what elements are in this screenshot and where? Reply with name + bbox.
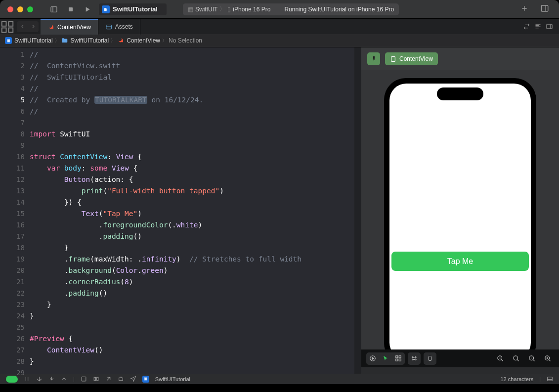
breadcrumb-file: ContentView bbox=[127, 37, 160, 44]
svg-rect-3 bbox=[2, 22, 6, 26]
selection-info: 12 characters bbox=[500, 376, 533, 382]
svg-point-16 bbox=[415, 357, 416, 358]
vertical-scrollbar[interactable] bbox=[354, 47, 361, 374]
svg-rect-8 bbox=[547, 24, 552, 29]
tab-label: ContentView bbox=[57, 24, 91, 31]
simulate-location-icon[interactable] bbox=[105, 376, 112, 382]
live-preview-button[interactable] bbox=[366, 352, 379, 365]
run-button[interactable] bbox=[79, 2, 96, 16]
toggle-navigator-icon[interactable] bbox=[45, 2, 62, 16]
code-editor[interactable]: 1234567891011121314151617181920212223242… bbox=[0, 47, 361, 374]
svg-rect-5 bbox=[2, 28, 6, 32]
svg-rect-25 bbox=[94, 377, 95, 381]
tab-label: Assets bbox=[115, 23, 133, 30]
environment-overrides-icon[interactable] bbox=[118, 376, 124, 382]
minimize-window[interactable] bbox=[17, 6, 23, 12]
location-icon[interactable] bbox=[130, 376, 136, 382]
nav-back-button[interactable] bbox=[17, 21, 28, 32]
app-small-icon: ▦ bbox=[188, 6, 193, 13]
minimap-icon[interactable] bbox=[534, 23, 542, 30]
status-left: SwiftUIT bbox=[195, 6, 217, 13]
memory-graph-icon[interactable] bbox=[93, 376, 99, 382]
zoom-window[interactable] bbox=[27, 6, 33, 12]
breadcrumb[interactable]: ⊞ SwiftUITutorial 〉 SwiftUITutorial 〉 Co… bbox=[0, 34, 559, 47]
selectable-preview-button[interactable] bbox=[379, 352, 392, 365]
svg-point-21 bbox=[513, 355, 517, 360]
folder-icon bbox=[61, 37, 68, 44]
swift-file-icon bbox=[47, 24, 54, 31]
tab-contentview[interactable]: ContentView bbox=[41, 19, 98, 35]
code-content[interactable]: // // ContentView.swift // SwiftUITutori… bbox=[30, 47, 361, 374]
debug-view-icon[interactable] bbox=[81, 376, 87, 382]
iphone-frame: Tap Me bbox=[384, 78, 536, 349]
horizontal-scrollbar[interactable] bbox=[361, 367, 559, 374]
svg-rect-27 bbox=[119, 378, 123, 380]
scheme-selector[interactable]: ⊞ SwiftUITutorial bbox=[99, 3, 167, 15]
device-settings-button[interactable] bbox=[408, 352, 421, 365]
svg-rect-9 bbox=[391, 56, 395, 61]
project-name: SwiftUITutorial bbox=[113, 5, 158, 13]
svg-rect-11 bbox=[396, 356, 398, 358]
svg-point-18 bbox=[415, 359, 416, 360]
svg-rect-13 bbox=[396, 359, 398, 361]
pin-preview-button[interactable] bbox=[367, 52, 380, 65]
toggle-inspector-icon[interactable] bbox=[540, 4, 549, 15]
svg-rect-6 bbox=[9, 28, 13, 32]
svg-rect-12 bbox=[399, 356, 401, 358]
preview-canvas[interactable]: Tap Me bbox=[361, 70, 559, 349]
add-tab-button[interactable] bbox=[520, 4, 528, 14]
line-gutter: 1234567891011121314151617181920212223242… bbox=[0, 47, 30, 374]
preview-title: ContentView bbox=[399, 55, 433, 62]
svg-rect-26 bbox=[96, 377, 98, 381]
breadcrumb-folder: SwiftUITutorial bbox=[71, 37, 109, 44]
adjust-editor-icon[interactable] bbox=[546, 23, 553, 30]
step-over-icon[interactable] bbox=[36, 376, 43, 382]
footer-project: SwiftUITutorial bbox=[155, 376, 190, 382]
close-window[interactable] bbox=[7, 6, 13, 12]
device-icon: ▯ bbox=[227, 6, 231, 13]
swift-file-icon bbox=[117, 37, 124, 44]
dynamic-island bbox=[437, 87, 483, 100]
device-name: iPhone 16 Pro bbox=[233, 6, 270, 13]
svg-point-15 bbox=[412, 357, 413, 358]
zoom-fit-button[interactable] bbox=[510, 352, 522, 365]
svg-point-17 bbox=[412, 359, 413, 360]
svg-rect-14 bbox=[399, 359, 401, 361]
zoom-in-button[interactable] bbox=[541, 352, 554, 365]
related-items-icon[interactable] bbox=[0, 19, 15, 35]
tab-assets[interactable]: Assets bbox=[98, 19, 140, 35]
app-icon: ⊞ bbox=[142, 376, 149, 383]
svg-rect-1 bbox=[69, 7, 73, 11]
zoom-actual-button[interactable] bbox=[525, 352, 538, 365]
svg-rect-19 bbox=[429, 356, 431, 361]
svg-rect-4 bbox=[9, 22, 13, 26]
svg-rect-24 bbox=[82, 377, 86, 381]
svg-rect-2 bbox=[541, 5, 548, 11]
tap-me-button[interactable]: Tap Me bbox=[391, 252, 529, 271]
assets-icon bbox=[105, 23, 112, 30]
device-button[interactable] bbox=[424, 352, 436, 365]
app-icon: ⊞ bbox=[102, 5, 110, 13]
zoom-out-button[interactable] bbox=[494, 352, 507, 365]
toggle-debug-area-icon[interactable] bbox=[547, 376, 553, 382]
app-icon: ⊞ bbox=[5, 37, 12, 44]
svg-rect-0 bbox=[51, 6, 57, 12]
sync-icon[interactable] bbox=[523, 23, 530, 30]
variants-button[interactable] bbox=[392, 352, 405, 365]
nav-forward-button[interactable] bbox=[28, 21, 39, 32]
step-out-icon[interactable] bbox=[61, 376, 67, 382]
breadcrumb-project: SwiftUITutorial bbox=[14, 37, 53, 44]
iphone-screen: Tap Me bbox=[389, 84, 531, 349]
svg-rect-7 bbox=[106, 25, 112, 29]
status-bar[interactable]: ▦ SwiftUIT 〉 ▯ iPhone 16 Pro Running Swi… bbox=[183, 3, 399, 15]
breadcrumb-selection: No Selection bbox=[169, 37, 202, 44]
preview-selector[interactable]: ContentView bbox=[385, 52, 438, 65]
stop-button[interactable] bbox=[62, 2, 79, 16]
status-text: Running SwiftUITutorial on iPhone 16 Pro bbox=[284, 6, 394, 13]
svg-rect-28 bbox=[548, 377, 553, 381]
step-into-icon[interactable] bbox=[48, 376, 55, 382]
